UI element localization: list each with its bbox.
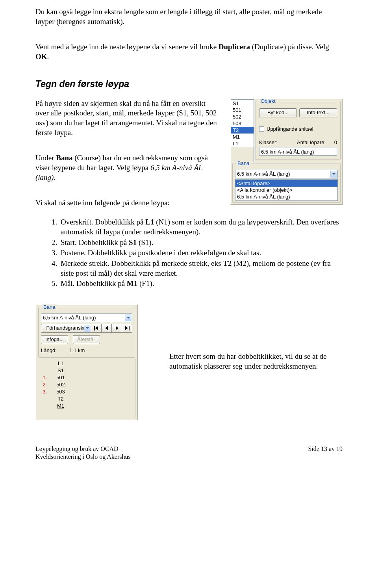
course-item[interactable]: T2	[51, 395, 70, 403]
nav-prev-button[interactable]	[102, 324, 112, 333]
para-1: Du kan også legge inn ekstra lengde som …	[35, 7, 343, 26]
objekt-panel-screenshot: S1 501 502 503 T2 M1 L1 Objekt Byt ko	[230, 99, 343, 205]
dropdown-item-selected[interactable]: <Antal löpare>	[235, 180, 337, 187]
langd-value: 1,1 km	[69, 347, 85, 353]
bana-select-2-value: 6,5 km A-nivå ÅL (lang)	[43, 315, 96, 321]
objekt-legend: Objekt	[259, 99, 277, 105]
footer-left-2: Kveldsorientering i Oslo og Akershus	[35, 453, 131, 461]
step-3: Postene. Dobbeltklikk på postkodene i de…	[59, 248, 343, 258]
bana-select-value: 6,5 km A-nivå ÅL (lang)	[237, 171, 290, 177]
text: Mål. Dobbeltklikk på	[61, 279, 127, 288]
step-2: Start. Dobbeltklikk på S1 (S1).	[59, 238, 343, 248]
step-4: Merkede strekk. Dobbeltklikk på merkede …	[59, 259, 343, 278]
course-item[interactable]: 502	[51, 381, 70, 388]
text: (S1).	[137, 238, 153, 247]
checkbox-label: Uppfångande snitsel	[267, 126, 313, 132]
forhandsgranska-label: Förhandsgranska	[46, 325, 86, 331]
heading-tegn-forste-loypa: Tegn den første løypa	[35, 78, 343, 90]
row-num: 3.	[41, 388, 51, 395]
bana-select[interactable]: 6,5 km A-nivå ÅL (lang)	[235, 170, 338, 178]
antal-lopare-label: Antal löpare:	[297, 139, 326, 145]
text: Merkede strekk. Dobbeltklikk på merkede …	[61, 259, 223, 267]
nav-last-button[interactable]	[122, 324, 132, 333]
antal-lopare-value: 0	[334, 139, 337, 145]
dropdown-item[interactable]: <Alla kontroller (objekt)>	[235, 187, 337, 193]
list-item[interactable]: S1	[231, 100, 254, 107]
text: Overskrift. Dobbeltklikk på	[61, 218, 145, 226]
list-item[interactable]: 502	[231, 113, 254, 120]
klasser-input[interactable]: 6,5 km A-nivå ÅL (lang)	[259, 148, 337, 156]
para-bottom: Etter hvert som du har dobbeltklikket, v…	[169, 352, 343, 371]
list-item[interactable]: L1	[231, 140, 254, 147]
text-bold: L1	[145, 218, 154, 226]
langd-label: Längd:	[41, 347, 57, 353]
list-item[interactable]: 501	[231, 107, 254, 113]
course-item[interactable]: 503	[51, 388, 70, 395]
nav-next-button[interactable]	[112, 324, 122, 333]
next-icon	[115, 326, 119, 330]
course-item[interactable]: M1	[51, 403, 70, 410]
chevron-down-icon[interactable]	[330, 171, 337, 178]
para-3: På høyre siden av skjermen skal du nå ha…	[35, 99, 219, 138]
text: Vent med å legge inn de neste løypene da…	[35, 43, 219, 51]
text-bold: OK	[35, 52, 47, 61]
text-bold: T2	[223, 259, 232, 267]
course-item[interactable]: L1	[51, 360, 70, 367]
bana-course-panel-screenshot: Bana 6,5 km A-nivå ÅL (lang) Förhandsgra…	[35, 304, 138, 420]
prev-icon	[104, 326, 109, 330]
row-num: 1.	[41, 374, 51, 381]
course-sequence-list[interactable]: L1 S1 1.501 2.502 3.503 T2 M1	[37, 358, 136, 417]
bana-legend: Bana	[236, 160, 251, 167]
step-5: Mål. Dobbeltklikk på M1 (F1).	[59, 279, 343, 289]
list-item[interactable]: M1	[231, 134, 254, 140]
para-2: Vent med å legge inn de neste løypene da…	[35, 42, 343, 61]
para-4: Under Bana (Course) har du en nedtrekksm…	[35, 153, 219, 182]
footer-page-number: Side 13 av 19	[308, 445, 343, 462]
text: (Duplicate) på disse. Velg	[250, 43, 329, 51]
text: .	[54, 173, 56, 182]
forhandsgranska-button[interactable]: Förhandsgranska	[41, 324, 91, 333]
course-item[interactable]: 501	[51, 374, 70, 381]
text: Under	[35, 154, 56, 162]
chevron-down-icon[interactable]	[125, 314, 132, 321]
text: .	[47, 52, 49, 61]
row-num: 2.	[41, 381, 51, 388]
object-listbox[interactable]: S1 501 502 503 T2 M1 L1	[231, 99, 254, 147]
footer-left-1: Løypelegging og bruk av OCAD	[35, 445, 131, 453]
list-item-selected[interactable]: T2	[231, 127, 254, 134]
infoga-button[interactable]: Infoga...	[41, 335, 68, 344]
uppfangande-checkbox[interactable]	[259, 126, 264, 132]
bana-legend-2: Bana	[42, 304, 57, 311]
byt-kod-button[interactable]: Byt kod...	[259, 108, 297, 117]
text-bold: Duplicera	[219, 43, 250, 51]
first-icon	[94, 326, 99, 330]
aterstall-button[interactable]: Återställ	[73, 335, 100, 344]
chevron-down-icon[interactable]	[84, 325, 91, 332]
text-bold: M1	[127, 279, 137, 288]
info-text-button[interactable]: Info-text...	[299, 108, 337, 117]
list-item[interactable]: 503	[231, 120, 254, 127]
last-icon	[125, 326, 130, 330]
steps-list: Overskrift. Dobbeltklikk på L1 (N1) som …	[35, 217, 343, 289]
bana-dropdown-open[interactable]: <Antal löpare> <Alla kontroller (objekt)…	[235, 179, 338, 201]
dropdown-item[interactable]: 6,5 km A-nivå ÅL (lang)	[235, 193, 337, 200]
step-1: Overskrift. Dobbeltklikk på L1 (N1) som …	[59, 217, 343, 237]
text: Start. Dobbeltklikk på	[61, 238, 129, 247]
nav-first-button[interactable]	[91, 324, 102, 333]
bana-select-2[interactable]: 6,5 km A-nivå ÅL (lang)	[41, 313, 132, 322]
text: (F1).	[137, 279, 154, 288]
klasser-label: Klasser:	[259, 139, 278, 146]
page-footer: Løypelegging og bruk av OCAD Kveldsorien…	[35, 444, 343, 462]
text-bold: Bana	[56, 154, 72, 162]
course-item[interactable]: S1	[51, 367, 70, 374]
text-bold: S1	[129, 238, 137, 247]
para-5: Vi skal nå sette inn følgende på denne l…	[35, 198, 219, 208]
